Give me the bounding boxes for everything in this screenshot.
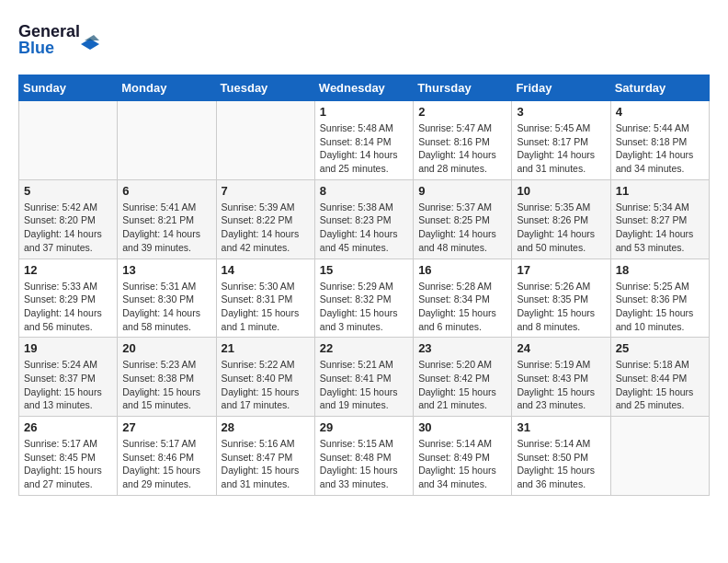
day-number: 6 — [122, 184, 210, 198]
day-info: Sunrise: 5:17 AM Sunset: 8:46 PM Dayligh… — [122, 437, 210, 491]
calendar-week-row: 12Sunrise: 5:33 AM Sunset: 8:29 PM Dayli… — [19, 259, 710, 338]
day-number: 25 — [616, 341, 704, 355]
day-number: 17 — [517, 263, 605, 277]
day-info: Sunrise: 5:37 AM Sunset: 8:25 PM Dayligh… — [418, 201, 506, 255]
calendar-cell: 20Sunrise: 5:23 AM Sunset: 8:38 PM Dayli… — [118, 338, 216, 417]
day-info: Sunrise: 5:24 AM Sunset: 8:37 PM Dayligh… — [24, 358, 112, 412]
day-info: Sunrise: 5:25 AM Sunset: 8:36 PM Dayligh… — [616, 280, 704, 334]
calendar-cell: 27Sunrise: 5:17 AM Sunset: 8:46 PM Dayli… — [118, 417, 216, 496]
weekday-header-saturday: Saturday — [610, 75, 709, 101]
calendar-cell: 18Sunrise: 5:25 AM Sunset: 8:36 PM Dayli… — [610, 259, 709, 338]
svg-text:Blue: Blue — [18, 39, 54, 57]
day-number: 22 — [320, 341, 408, 355]
calendar-table: SundayMondayTuesdayWednesdayThursdayFrid… — [18, 75, 710, 496]
calendar-cell: 2Sunrise: 5:47 AM Sunset: 8:16 PM Daylig… — [414, 101, 512, 180]
calendar-cell: 9Sunrise: 5:37 AM Sunset: 8:25 PM Daylig… — [414, 179, 512, 259]
weekday-header-thursday: Thursday — [414, 75, 512, 101]
calendar-cell: 25Sunrise: 5:18 AM Sunset: 8:44 PM Dayli… — [610, 338, 709, 417]
day-number: 29 — [320, 420, 408, 434]
day-number: 19 — [24, 341, 112, 355]
day-number: 8 — [320, 184, 408, 198]
day-number: 21 — [222, 341, 310, 355]
day-info: Sunrise: 5:31 AM Sunset: 8:30 PM Dayligh… — [122, 280, 210, 334]
day-number: 14 — [222, 263, 310, 277]
day-number: 28 — [222, 420, 310, 434]
day-number: 2 — [418, 105, 506, 119]
day-info: Sunrise: 5:35 AM Sunset: 8:26 PM Dayligh… — [517, 201, 605, 255]
day-info: Sunrise: 5:38 AM Sunset: 8:23 PM Dayligh… — [320, 201, 408, 255]
day-info: Sunrise: 5:33 AM Sunset: 8:29 PM Dayligh… — [24, 280, 112, 334]
calendar-week-row: 26Sunrise: 5:17 AM Sunset: 8:45 PM Dayli… — [19, 417, 710, 496]
svg-marker-3 — [85, 35, 99, 40]
day-info: Sunrise: 5:26 AM Sunset: 8:35 PM Dayligh… — [517, 280, 605, 334]
day-number: 3 — [517, 105, 605, 119]
day-info: Sunrise: 5:18 AM Sunset: 8:44 PM Dayligh… — [616, 358, 704, 412]
day-number: 9 — [418, 184, 506, 198]
day-number: 1 — [320, 105, 408, 119]
calendar-cell: 3Sunrise: 5:45 AM Sunset: 8:17 PM Daylig… — [512, 101, 610, 180]
day-number: 18 — [616, 263, 704, 277]
calendar-cell — [216, 101, 314, 180]
day-number: 20 — [122, 341, 210, 355]
day-number: 31 — [517, 420, 605, 434]
calendar-cell: 22Sunrise: 5:21 AM Sunset: 8:41 PM Dayli… — [314, 338, 413, 417]
calendar-cell: 29Sunrise: 5:15 AM Sunset: 8:48 PM Dayli… — [314, 417, 413, 496]
calendar-cell: 7Sunrise: 5:39 AM Sunset: 8:22 PM Daylig… — [216, 179, 314, 259]
weekday-header-row: SundayMondayTuesdayWednesdayThursdayFrid… — [19, 75, 710, 101]
weekday-header-friday: Friday — [512, 75, 610, 101]
day-number: 30 — [418, 420, 506, 434]
day-number: 16 — [418, 263, 506, 277]
day-number: 15 — [320, 263, 408, 277]
calendar-cell: 1Sunrise: 5:48 AM Sunset: 8:14 PM Daylig… — [314, 101, 413, 180]
calendar-cell: 11Sunrise: 5:34 AM Sunset: 8:27 PM Dayli… — [610, 179, 709, 259]
calendar-cell: 30Sunrise: 5:14 AM Sunset: 8:49 PM Dayli… — [414, 417, 512, 496]
day-number: 10 — [517, 184, 605, 198]
calendar-cell — [610, 417, 709, 496]
day-info: Sunrise: 5:47 AM Sunset: 8:16 PM Dayligh… — [418, 121, 506, 176]
svg-text:General: General — [18, 22, 80, 40]
day-info: Sunrise: 5:19 AM Sunset: 8:43 PM Dayligh… — [517, 358, 605, 412]
weekday-header-sunday: Sunday — [19, 75, 118, 101]
day-info: Sunrise: 5:14 AM Sunset: 8:49 PM Dayligh… — [418, 437, 506, 491]
calendar-cell: 5Sunrise: 5:42 AM Sunset: 8:20 PM Daylig… — [19, 179, 118, 259]
calendar-cell: 23Sunrise: 5:20 AM Sunset: 8:42 PM Dayli… — [414, 338, 512, 417]
day-number: 4 — [616, 105, 704, 119]
calendar-cell: 16Sunrise: 5:28 AM Sunset: 8:34 PM Dayli… — [414, 259, 512, 338]
calendar-cell: 17Sunrise: 5:26 AM Sunset: 8:35 PM Dayli… — [512, 259, 610, 338]
day-info: Sunrise: 5:44 AM Sunset: 8:18 PM Dayligh… — [616, 121, 704, 176]
day-info: Sunrise: 5:48 AM Sunset: 8:14 PM Dayligh… — [320, 121, 408, 176]
calendar-cell: 21Sunrise: 5:22 AM Sunset: 8:40 PM Dayli… — [216, 338, 314, 417]
day-info: Sunrise: 5:39 AM Sunset: 8:22 PM Dayligh… — [222, 201, 310, 255]
logo: General Blue — [18, 18, 101, 60]
day-number: 12 — [24, 263, 112, 277]
weekday-header-tuesday: Tuesday — [216, 75, 314, 101]
calendar-cell: 12Sunrise: 5:33 AM Sunset: 8:29 PM Dayli… — [19, 259, 118, 338]
calendar-cell — [19, 101, 118, 180]
calendar-cell — [118, 101, 216, 180]
calendar-cell: 6Sunrise: 5:41 AM Sunset: 8:21 PM Daylig… — [118, 179, 216, 259]
calendar-cell: 8Sunrise: 5:38 AM Sunset: 8:23 PM Daylig… — [314, 179, 413, 259]
day-info: Sunrise: 5:23 AM Sunset: 8:38 PM Dayligh… — [122, 358, 210, 412]
calendar-cell: 19Sunrise: 5:24 AM Sunset: 8:37 PM Dayli… — [19, 338, 118, 417]
calendar-cell: 13Sunrise: 5:31 AM Sunset: 8:30 PM Dayli… — [118, 259, 216, 338]
day-info: Sunrise: 5:15 AM Sunset: 8:48 PM Dayligh… — [320, 437, 408, 491]
day-number: 7 — [222, 184, 310, 198]
day-number: 23 — [418, 341, 506, 355]
calendar-cell: 10Sunrise: 5:35 AM Sunset: 8:26 PM Dayli… — [512, 179, 610, 259]
day-number: 24 — [517, 341, 605, 355]
weekday-header-wednesday: Wednesday — [314, 75, 413, 101]
calendar-cell: 14Sunrise: 5:30 AM Sunset: 8:31 PM Dayli… — [216, 259, 314, 338]
day-info: Sunrise: 5:16 AM Sunset: 8:47 PM Dayligh… — [222, 437, 310, 491]
page-header: General Blue — [18, 18, 710, 60]
calendar-cell: 4Sunrise: 5:44 AM Sunset: 8:18 PM Daylig… — [610, 101, 709, 180]
day-number: 26 — [24, 420, 112, 434]
calendar-cell: 26Sunrise: 5:17 AM Sunset: 8:45 PM Dayli… — [19, 417, 118, 496]
day-info: Sunrise: 5:45 AM Sunset: 8:17 PM Dayligh… — [517, 121, 605, 176]
day-info: Sunrise: 5:34 AM Sunset: 8:27 PM Dayligh… — [616, 201, 704, 255]
calendar-cell: 28Sunrise: 5:16 AM Sunset: 8:47 PM Dayli… — [216, 417, 314, 496]
day-info: Sunrise: 5:21 AM Sunset: 8:41 PM Dayligh… — [320, 358, 408, 412]
calendar-week-row: 1Sunrise: 5:48 AM Sunset: 8:14 PM Daylig… — [19, 101, 710, 180]
calendar-week-row: 19Sunrise: 5:24 AM Sunset: 8:37 PM Dayli… — [19, 338, 710, 417]
day-info: Sunrise: 5:29 AM Sunset: 8:32 PM Dayligh… — [320, 280, 408, 334]
day-info: Sunrise: 5:28 AM Sunset: 8:34 PM Dayligh… — [418, 280, 506, 334]
